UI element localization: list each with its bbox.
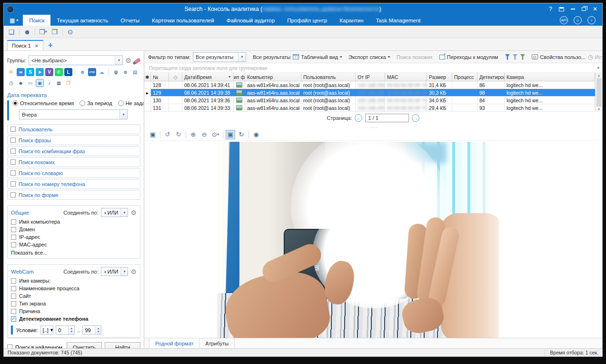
menu-tab-6[interactable]: Профайл центр	[281, 15, 333, 26]
prev-page-button[interactable]: ←	[355, 114, 362, 122]
lync-icon[interactable]: L	[64, 68, 72, 76]
indicator-column-header[interactable]: ✱	[144, 73, 151, 81]
spinner-arrows-icon[interactable]: ▲▼	[68, 326, 74, 334]
rotate-left-icon[interactable]: ↺	[163, 130, 172, 139]
radio-3[interactable]	[118, 100, 124, 106]
table-scrollbar[interactable]: ▲ ▼	[595, 73, 602, 112]
column-header-5[interactable]: Пользователь	[301, 73, 356, 81]
checkbox[interactable]	[10, 170, 16, 176]
column-header-3[interactable]: Тип фа	[234, 73, 245, 81]
condition-operator-select[interactable]: [..]▾	[40, 325, 54, 334]
filter-box-1[interactable]: Пользователь	[7, 124, 140, 134]
filter-by-type-select[interactable]: Все результаты▾	[193, 52, 246, 62]
magnifier-icon[interactable]: ⊙▾	[210, 130, 220, 139]
close-icon[interactable]: ✕	[593, 6, 597, 12]
fit-image-icon[interactable]: ▣	[226, 130, 235, 139]
mail-icon[interactable]: ✉	[7, 68, 15, 76]
id-search-icon[interactable]: ⊙	[66, 27, 75, 37]
viewer-tab-1[interactable]: Родной формат	[149, 338, 199, 348]
filter-box-4[interactable]: Поиск похожих	[7, 157, 140, 167]
monitor-icon[interactable]: ▭	[26, 79, 34, 87]
splitter-handle[interactable]: .....	[144, 124, 602, 128]
filter-clear-icon[interactable]	[512, 54, 517, 60]
search-similar-button[interactable]: Поиск похожих	[397, 54, 433, 60]
column-header-6[interactable]: От IP	[356, 73, 385, 81]
add-tab-button[interactable]: +	[48, 41, 52, 50]
rotate-right-icon[interactable]: ↻	[174, 130, 183, 139]
table-row[interactable]: 12808.06.2021 14:39:41aas-w81x64ru.aas.l…	[144, 81, 595, 89]
checkbox[interactable]	[11, 301, 16, 306]
menu-tab-2[interactable]: Текущая активность	[50, 15, 114, 26]
minimize-icon[interactable]	[571, 9, 575, 10]
filter-box-5[interactable]: Поиск по словарю	[7, 168, 140, 178]
checkbox[interactable]	[10, 159, 16, 165]
api-icon[interactable]: API	[560, 16, 568, 24]
spinner-arrows-icon[interactable]: ▲▼	[95, 326, 101, 334]
export-list-button[interactable]: Экспорт списка▾	[348, 54, 390, 60]
show-all-link[interactable]: Показать все...	[11, 250, 137, 256]
search-in-found-checkbox[interactable]	[7, 344, 12, 348]
whatsapp-icon[interactable]: ✆	[55, 68, 63, 76]
ftp-icon[interactable]: FTP	[88, 68, 96, 76]
next-page-button[interactable]: →	[412, 114, 419, 122]
save-image-icon[interactable]: ▣	[148, 130, 158, 139]
app-menu-button[interactable]: ▦▾	[4, 15, 23, 26]
gear-icon[interactable]: ⚙	[125, 57, 131, 64]
skype-icon[interactable]: S	[26, 68, 34, 76]
menu-tab-1[interactable]: Поиск	[23, 15, 50, 26]
scroll-up-icon[interactable]: ▲	[596, 65, 600, 69]
filter-box-3[interactable]: Поиск по комбинации фраз	[7, 146, 140, 156]
checkbox[interactable]	[10, 181, 16, 187]
viber-icon[interactable]: V	[45, 68, 53, 76]
menu-tab-4[interactable]: Карточки пользователей	[146, 15, 220, 26]
user-search-icon[interactable]: ☻	[22, 27, 32, 37]
menu-tab-7[interactable]: Карантин	[333, 15, 369, 26]
new-window-icon[interactable]: ❏	[7, 27, 16, 37]
goto-modules-button[interactable]: Переходы к модулям	[439, 54, 498, 60]
checkbox[interactable]	[11, 278, 16, 284]
filter-box-7[interactable]: Поиск по форме	[7, 190, 140, 200]
filter-add-icon[interactable]	[520, 54, 525, 60]
checkbox[interactable]	[11, 294, 16, 299]
checkbox[interactable]	[11, 286, 16, 291]
microphone-icon[interactable]: ♪	[45, 79, 53, 87]
checkbox[interactable]	[10, 138, 16, 143]
gear-icon[interactable]: ⚙	[130, 209, 137, 216]
eye-icon[interactable]: ◉	[251, 130, 261, 139]
checkbox[interactable]	[11, 316, 16, 322]
viewer-tab-2[interactable]: Атрибуты	[199, 338, 235, 348]
checkbox[interactable]	[11, 309, 16, 314]
table-view-button[interactable]: Табличный вид▾	[293, 54, 342, 60]
radio-2[interactable]	[79, 100, 85, 106]
all-results-button[interactable]: Все результаты	[253, 54, 290, 60]
menu-tab-3[interactable]: Отчеты	[114, 15, 146, 26]
cloud-icon[interactable]: ☁	[98, 68, 106, 76]
column-header-num[interactable]: №	[151, 73, 169, 81]
printer-icon[interactable]: ▤	[131, 68, 139, 76]
webcam-icon[interactable]: ◉	[36, 79, 44, 87]
checkbox[interactable]	[10, 127, 16, 132]
filter-box-6[interactable]: Поиск по номеру телефона	[7, 179, 140, 189]
menu-tab-8[interactable]: Task Management	[370, 15, 427, 26]
zoom-in-icon[interactable]: ⊕	[189, 130, 198, 139]
filter-box-2[interactable]: Поиск фразы	[7, 135, 140, 145]
restore-icon[interactable]	[582, 7, 586, 11]
scrollbar-down-icon[interactable]: ▼	[597, 108, 601, 111]
clear-button[interactable]: Очистить	[67, 342, 102, 348]
pin-panel-icon[interactable]	[559, 7, 564, 11]
column-header-10[interactable]: Детектирова	[477, 73, 505, 81]
checkbox[interactable]	[11, 242, 16, 247]
checkbox[interactable]	[11, 235, 16, 240]
page-number-input[interactable]: 1 / 1	[365, 114, 409, 122]
column-header-9[interactable]: Процесс	[452, 73, 477, 81]
eraser-icon[interactable]	[133, 58, 140, 65]
column-header-7[interactable]: MAC	[385, 73, 427, 81]
join-by-select[interactable]: ◑ИЛИ▾	[101, 267, 129, 276]
checkbox[interactable]	[11, 227, 16, 232]
user-activity-icon[interactable]: ☻	[17, 79, 25, 87]
info-icon[interactable]: i	[587, 16, 596, 24]
tab-close-icon[interactable]: ✕	[35, 43, 39, 49]
modules-package-icon[interactable]: ◇	[574, 16, 582, 24]
column-header-8[interactable]: Размер	[427, 73, 452, 81]
folder-import-icon[interactable]: ❒	[50, 27, 60, 37]
